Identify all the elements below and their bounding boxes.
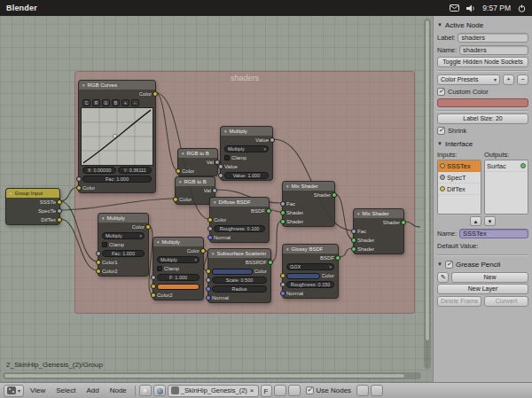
output-socket[interactable] (57, 199, 62, 205)
collapse-icon[interactable]: ▼ (101, 216, 105, 221)
value-field[interactable]: Fac: 1.000 (102, 250, 145, 257)
input-socket[interactable] (151, 275, 156, 280)
input-socket[interactable] (351, 238, 356, 243)
input-socket[interactable] (207, 217, 213, 222)
output-socket[interactable] (335, 255, 340, 261)
collapse-icon[interactable]: ▼ (82, 83, 85, 88)
node-rgb-curves[interactable]: ▼RGB CurvesColorCRGB+−X: 0.00000Y: 0.361… (78, 80, 156, 193)
menu-view[interactable]: View (26, 383, 50, 398)
toolbar-icon[interactable] (371, 385, 383, 396)
node-header[interactable]: ▼RGB to B (176, 177, 215, 186)
node-mix-shader-1[interactable]: ▼Mix ShaderShaderFacShaderShader (282, 181, 335, 227)
inputs-list[interactable]: SSSTex SpecT DifTex (437, 160, 481, 215)
input-socket[interactable] (280, 219, 286, 224)
input-socket[interactable] (76, 185, 82, 191)
input-socket[interactable] (151, 284, 156, 289)
socket-name-field[interactable]: SSSTex (459, 229, 528, 238)
horizontal-scrollbar[interactable] (3, 372, 421, 379)
collapse-icon[interactable]: ▼ (211, 252, 215, 256)
remove-preset-button[interactable]: − (517, 74, 528, 85)
move-up-button[interactable]: ▲ (470, 216, 481, 226)
color-swatch[interactable] (157, 284, 200, 290)
output-socket[interactable] (401, 220, 406, 225)
collapse-icon[interactable]: ▼ (181, 152, 184, 156)
snap-icon[interactable] (356, 385, 369, 396)
value-field[interactable]: F: 1.000 (157, 274, 200, 281)
list-item[interactable]: DifTex (438, 183, 481, 195)
node-rgb-to-bw-1[interactable]: ▼RGB to BValColor (177, 148, 218, 176)
value-field[interactable]: Roughness: 0.150 (286, 281, 334, 288)
new-layer-button[interactable]: New Layer (437, 284, 528, 294)
custom-color-swatch[interactable] (437, 98, 528, 107)
shrink-checkbox[interactable] (437, 127, 445, 135)
collapse-icon[interactable]: ▼ (286, 247, 289, 252)
custom-color-checkbox[interactable] (437, 88, 445, 96)
node-group-input[interactable]: ▼Group InputSSSTeSpecTeDifTex (5, 188, 60, 225)
node-mix-multiply-1[interactable]: ▼MultiplyColorMultiplyClampFac: 1.000Col… (98, 213, 149, 277)
pencil-icon[interactable]: ✎ (437, 272, 449, 283)
section-header-interface[interactable]: ▼ Interface (437, 137, 528, 150)
value-field[interactable]: Fac: 1.000 (82, 176, 152, 183)
world-type-icon[interactable] (153, 385, 166, 396)
input-socket[interactable] (96, 251, 101, 256)
input-socket[interactable] (280, 201, 286, 207)
node-header[interactable]: ▼Diffuse BSDF (210, 198, 269, 207)
output-socket[interactable] (57, 217, 62, 222)
input-socket[interactable] (206, 295, 211, 300)
node-header[interactable]: ▼Group Input (6, 189, 59, 198)
node-header[interactable]: ▼Multiply (98, 214, 148, 222)
unlink-icon[interactable]: × (249, 386, 255, 394)
input-socket[interactable] (76, 176, 82, 182)
input-socket[interactable] (218, 173, 223, 178)
node-header[interactable]: ▼Glossy BSDF (283, 245, 338, 254)
curve-tool-button[interactable]: C (82, 99, 90, 106)
curve-tool-button[interactable]: − (131, 99, 139, 106)
collapse-icon[interactable]: ▼ (286, 184, 289, 189)
move-down-button[interactable]: ▼ (484, 216, 496, 226)
checkbox[interactable] (224, 155, 230, 160)
color-swatch[interactable] (212, 269, 253, 275)
editor-type-button[interactable]: ▾ (4, 385, 24, 397)
menu-add[interactable]: Add (82, 383, 103, 398)
node-tree-selector[interactable]: _SkinHip_Genesis_(2) × (168, 385, 259, 397)
input-socket[interactable] (351, 246, 356, 252)
input-socket[interactable] (351, 229, 356, 234)
output-socket[interactable] (145, 224, 151, 230)
input-socket[interactable] (96, 269, 101, 274)
node-header[interactable]: ▼Mix Shader (354, 209, 403, 218)
add-preset-button[interactable]: + (503, 74, 514, 85)
volume-icon[interactable] (466, 4, 475, 12)
dropdown-field[interactable]: Multiply (224, 145, 269, 152)
output-socket[interactable] (270, 137, 275, 143)
output-socket[interactable] (212, 188, 217, 193)
input-socket[interactable] (151, 293, 156, 298)
curve-tool-button[interactable]: R (92, 99, 100, 106)
node-name-field[interactable]: shaders (459, 45, 528, 55)
input-socket[interactable] (206, 269, 211, 274)
value-field[interactable]: Scale: 0.500 (212, 277, 267, 284)
output-socket[interactable] (266, 208, 271, 214)
fake-user-button[interactable]: F (261, 385, 272, 397)
input-socket[interactable] (176, 168, 181, 174)
node-glossy-bsdf[interactable]: ▼Glossy BSDFBSDFGGXColorRoughness: 0.150… (282, 244, 339, 299)
color-presets-dropdown[interactable]: Color Presets ▾ (437, 74, 500, 85)
use-nodes-checkbox[interactable] (306, 386, 314, 394)
value-field[interactable]: Value: 1.000 (224, 172, 269, 179)
input-socket[interactable] (280, 291, 286, 296)
clock[interactable]: 9:57 PM (482, 4, 511, 12)
node-mix-shader-2[interactable]: ▼Mix ShaderShaderFacShaderShader (353, 208, 404, 254)
convert-button[interactable]: Convert (484, 296, 528, 307)
section-header-grease-pencil[interactable]: ▼ Grease Pencil (437, 258, 528, 270)
input-socket[interactable] (218, 164, 223, 169)
collapse-icon[interactable]: ▼ (223, 129, 227, 134)
node-editor[interactable]: shaders ▼RGB CurvesColorCRGB+−X: 0.00000… (0, 16, 433, 382)
curve-tool-button[interactable]: B (112, 99, 120, 106)
menu-select[interactable]: Select (51, 383, 80, 398)
node-header[interactable]: ▼RGB to B (178, 149, 217, 158)
label-size-slider[interactable]: Label Size: 20 (437, 113, 528, 124)
collapse-icon[interactable]: ▼ (213, 200, 216, 205)
value-field[interactable]: Y: 0.36111 (118, 167, 152, 174)
scrollbar-thumb[interactable] (425, 20, 430, 341)
node-header[interactable]: ▼Subsurface Scatterin (208, 249, 270, 258)
section-header-active-node[interactable]: ▼ Active Node (437, 19, 528, 31)
